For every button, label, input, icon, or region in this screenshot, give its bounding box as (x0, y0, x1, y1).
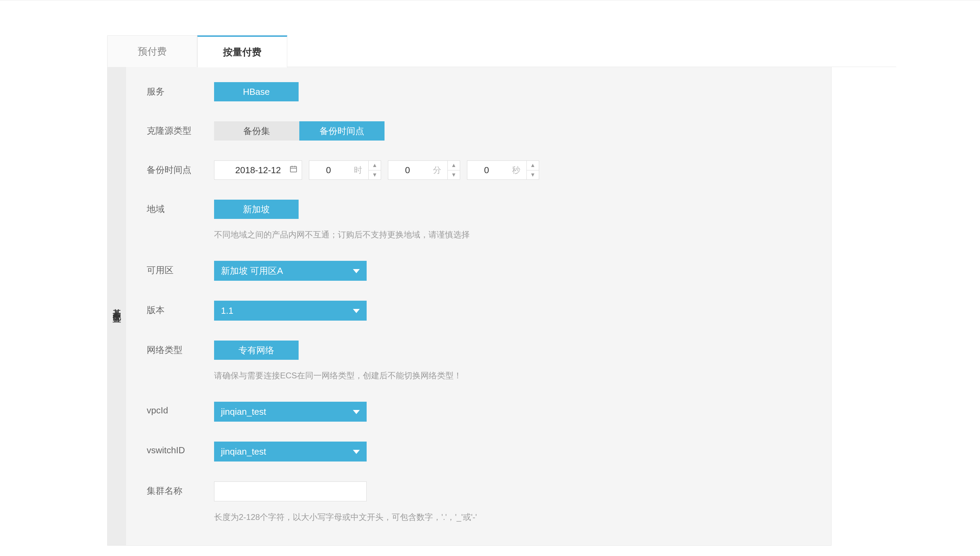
zone-select[interactable]: 新加坡 可用区A (214, 261, 366, 281)
cluster-name-input[interactable] (214, 482, 366, 501)
clone-source-toggle: 备份集 备份时间点 (214, 121, 810, 141)
chevron-down-icon (353, 449, 360, 454)
tab-prepaid[interactable]: 预付费 (107, 36, 197, 67)
minute-input[interactable]: 分 ▲ ▼ (388, 160, 460, 180)
version-select[interactable]: 1.1 (214, 301, 366, 321)
clone-source-backuptime[interactable]: 备份时间点 (299, 121, 384, 141)
hour-unit: 时 (348, 165, 368, 176)
svg-rect-0 (291, 166, 297, 172)
svg-marker-4 (353, 269, 360, 273)
service-value[interactable]: HBase (214, 82, 299, 101)
hour-input[interactable]: 时 ▲ ▼ (309, 160, 381, 180)
second-unit: 秒 (506, 165, 526, 176)
region-value[interactable]: 新加坡 (214, 200, 299, 219)
network-type-hint: 请确保与需要连接ECS在同一网络类型，创建后不能切换网络类型！ (214, 369, 810, 382)
hour-spin-down[interactable]: ▼ (369, 170, 381, 180)
network-type-value[interactable]: 专有网络 (214, 341, 299, 360)
label-clone-source: 克隆源类型 (147, 121, 214, 137)
minute-spin-down[interactable]: ▼ (448, 170, 460, 180)
panel-side-label: 基本配置 (108, 67, 126, 545)
backup-date-value: 2018-12-12 (236, 165, 281, 176)
region-hint: 不同地域之间的产品内网不互通；订购后不支持更换地域，请谨慎选择 (214, 228, 810, 241)
label-region: 地域 (147, 200, 214, 215)
label-backup-time: 备份时间点 (147, 160, 214, 176)
hour-value[interactable] (309, 161, 348, 179)
svg-marker-7 (353, 450, 360, 454)
vswitch-value: jinqian_test (221, 446, 266, 457)
label-vpc: vpcId (147, 402, 214, 416)
vswitch-select[interactable]: jinqian_test (214, 441, 366, 462)
cluster-name-hint: 长度为2-128个字符，以大小写字母或中文开头，可包含数字，'.'，'_'或'-… (214, 511, 810, 524)
chevron-down-icon (353, 409, 360, 414)
minute-value[interactable] (388, 161, 427, 179)
second-spin-up[interactable]: ▲ (527, 161, 539, 170)
minute-unit: 分 (427, 165, 447, 176)
chevron-down-icon (353, 268, 360, 273)
clone-source-backupset[interactable]: 备份集 (214, 121, 299, 141)
label-vswitch: vswitchID (147, 441, 214, 456)
second-spin-down[interactable]: ▼ (527, 170, 539, 180)
svg-marker-5 (353, 309, 360, 313)
version-value: 1.1 (221, 305, 233, 316)
panel-side-label-text: 基本配置 (111, 302, 122, 310)
second-value[interactable] (467, 161, 506, 179)
vpc-select[interactable]: jinqian_test (214, 402, 366, 422)
svg-marker-6 (353, 410, 360, 414)
chevron-down-icon (353, 308, 360, 313)
basic-config-panel: 基本配置 服务 HBase 克隆源类型 备份集 备份时间点 (107, 67, 831, 546)
minute-spin-up[interactable]: ▲ (448, 161, 460, 170)
label-version: 版本 (147, 301, 214, 316)
label-cluster-name: 集群名称 (147, 482, 214, 497)
zone-value: 新加坡 可用区A (221, 265, 283, 277)
label-service: 服务 (147, 82, 214, 98)
label-zone: 可用区 (147, 261, 214, 276)
label-network-type: 网络类型 (147, 341, 214, 356)
second-input[interactable]: 秒 ▲ ▼ (467, 160, 539, 180)
vpc-value: jinqian_test (221, 407, 266, 417)
billing-tabs: 预付费 按量付费 (107, 36, 896, 67)
backup-date-input[interactable]: 2018-12-12 (214, 160, 302, 180)
tab-postpaid[interactable]: 按量付费 (197, 36, 287, 67)
hour-spin-up[interactable]: ▲ (369, 161, 381, 170)
calendar-icon (289, 165, 297, 176)
